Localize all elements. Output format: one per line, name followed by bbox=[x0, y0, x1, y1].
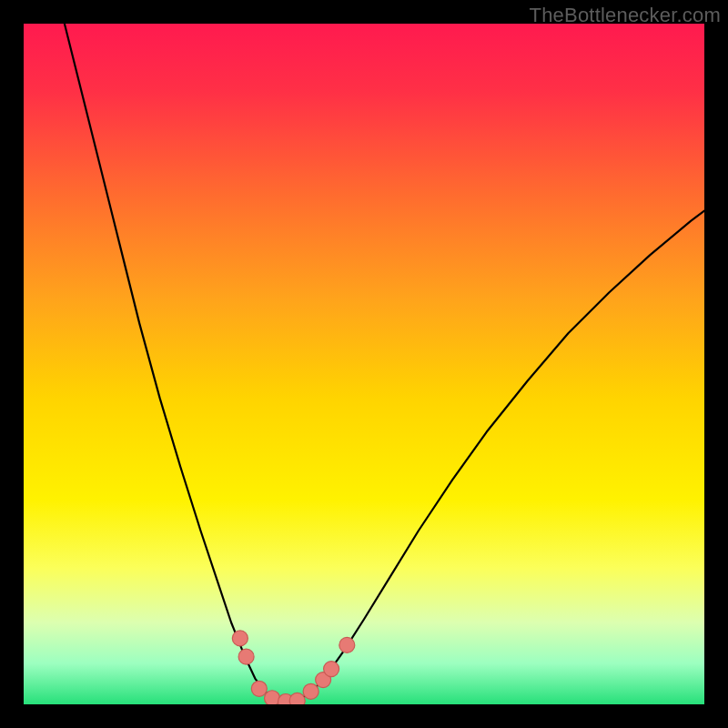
chart-frame bbox=[24, 24, 704, 704]
bottleneck-chart bbox=[24, 24, 704, 704]
curve-marker bbox=[303, 683, 318, 699]
curve-marker bbox=[232, 631, 248, 646]
curve-marker bbox=[324, 662, 339, 677]
curve-marker bbox=[251, 681, 267, 696]
curve-marker bbox=[289, 693, 305, 704]
gradient-background bbox=[24, 24, 704, 704]
curve-marker bbox=[238, 649, 254, 664]
curve-marker bbox=[339, 637, 355, 652]
